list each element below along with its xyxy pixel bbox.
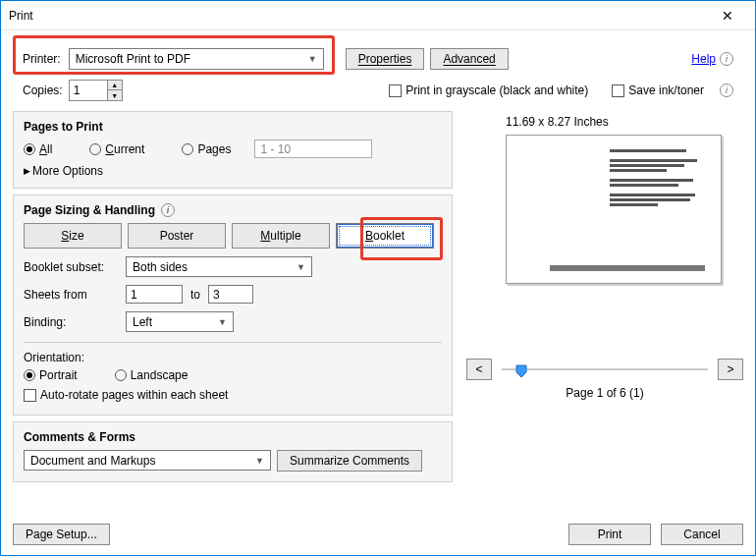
- comments-select[interactable]: Document and Markups ▼: [24, 450, 271, 471]
- booklet-subset-label: Booklet subset:: [24, 260, 118, 274]
- printer-select[interactable]: Microsoft Print to PDF ▼: [69, 48, 324, 70]
- printer-value: Microsoft Print to PDF: [76, 52, 190, 66]
- sheets-from-input[interactable]: 1: [126, 285, 183, 304]
- save-ink-checkbox[interactable]: Save ink/toner: [612, 83, 704, 97]
- autorotate-checkbox[interactable]: Auto-rotate pages within each sheet: [24, 388, 228, 402]
- sizing-group: Page Sizing & Handling i Size Poster Mul…: [13, 195, 453, 416]
- window-title: Print: [9, 9, 33, 23]
- pages-radio[interactable]: Pages: [182, 142, 231, 156]
- size-tab[interactable]: Size: [24, 223, 122, 249]
- current-radio[interactable]: Current: [89, 142, 144, 156]
- svg-marker-0: [516, 365, 526, 377]
- copies-spinner[interactable]: ▲ ▼: [69, 80, 123, 101]
- printer-label: Printer:: [23, 52, 61, 66]
- copies-input[interactable]: [70, 82, 107, 99]
- title-bar: Print ✕: [1, 1, 755, 30]
- more-options-toggle[interactable]: ▶ More Options: [24, 164, 442, 178]
- slider-thumb-icon[interactable]: [515, 364, 527, 378]
- checkbox-box: [612, 84, 624, 97]
- triangle-right-icon: ▶: [24, 166, 30, 176]
- nav-prev-button[interactable]: <: [466, 359, 492, 380]
- comments-group: Comments & Forms Document and Markups ▼ …: [13, 421, 453, 482]
- close-button[interactable]: ✕: [708, 2, 747, 29]
- spinner-down-icon[interactable]: ▼: [108, 90, 122, 100]
- orientation-title: Orientation:: [24, 351, 442, 364]
- grayscale-checkbox[interactable]: Print in grayscale (black and white): [389, 83, 588, 97]
- chevron-down-icon: ▼: [297, 262, 305, 272]
- preview-panel: 11.69 x 8.27 Inches: [460, 111, 743, 482]
- chevron-down-icon: ▼: [308, 54, 317, 64]
- checkbox-box: [389, 84, 402, 97]
- sizing-title: Page Sizing & Handling: [24, 203, 155, 217]
- properties-button[interactable]: Properties: [346, 48, 425, 70]
- chevron-left-icon: <: [475, 362, 482, 376]
- chevron-right-icon: >: [727, 362, 733, 376]
- page-setup-button[interactable]: Page Setup...: [13, 524, 110, 545]
- poster-tab[interactable]: Poster: [128, 223, 226, 249]
- close-icon: ✕: [722, 8, 733, 24]
- all-radio[interactable]: All: [24, 142, 52, 156]
- cancel-button[interactable]: Cancel: [661, 524, 743, 545]
- print-button[interactable]: Print: [568, 524, 651, 545]
- spinner-buttons[interactable]: ▲ ▼: [107, 81, 122, 100]
- copies-label: Copies:: [23, 83, 63, 97]
- advanced-button[interactable]: Advanced: [430, 48, 508, 70]
- binding-select[interactable]: Left ▼: [126, 311, 234, 332]
- chevron-down-icon: ▼: [218, 317, 227, 327]
- preview-page: [506, 135, 722, 284]
- help-link[interactable]: Help: [691, 52, 716, 66]
- comments-title: Comments & Forms: [24, 430, 442, 444]
- sheets-from-label: Sheets from: [24, 288, 118, 302]
- booklet-tab[interactable]: Booklet: [336, 223, 434, 249]
- nav-next-button[interactable]: >: [718, 359, 743, 380]
- pages-to-print-group: Pages to Print All Current Pages: [13, 111, 453, 189]
- preview-dimensions: 11.69 x 8.27 Inches: [506, 115, 743, 129]
- page-slider[interactable]: [502, 362, 708, 376]
- sheets-to-input[interactable]: 3: [208, 285, 253, 304]
- booklet-subset-select[interactable]: Both sides ▼: [126, 256, 312, 277]
- spinner-up-icon[interactable]: ▲: [108, 81, 122, 90]
- pages-title: Pages to Print: [24, 120, 442, 134]
- info-icon: i: [720, 83, 733, 97]
- pages-range-input[interactable]: 1 - 10: [254, 139, 372, 158]
- chevron-down-icon: ▼: [255, 456, 264, 466]
- portrait-radio[interactable]: Portrait: [24, 368, 78, 382]
- to-label: to: [190, 288, 200, 302]
- page-indicator: Page 1 of 6 (1): [466, 386, 743, 400]
- info-icon: i: [161, 203, 175, 217]
- summarize-comments-button[interactable]: Summarize Comments: [277, 450, 422, 472]
- binding-label: Binding:: [24, 315, 118, 329]
- landscape-radio[interactable]: Landscape: [115, 368, 189, 382]
- info-icon: i: [720, 52, 733, 66]
- multiple-tab[interactable]: Multiple: [232, 223, 330, 249]
